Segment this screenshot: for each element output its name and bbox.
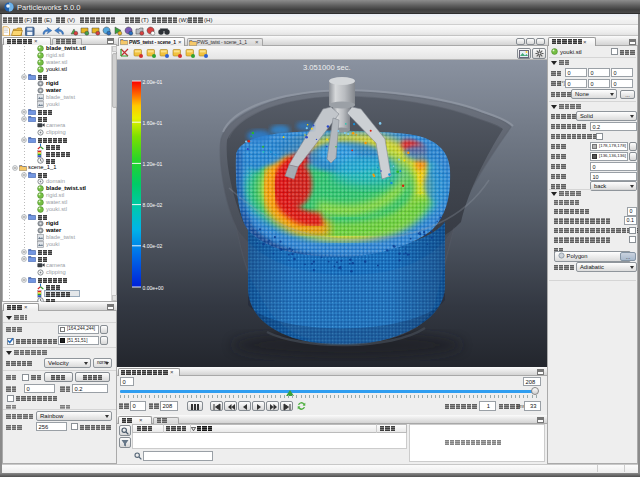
svg-text:1.20e-01: 1.20e-01 [143, 161, 163, 167]
svg-text:4.00e-02: 4.00e-02 [143, 243, 163, 249]
svg-text:3.051000 sec.: 3.051000 sec. [303, 63, 351, 72]
svg-text:8.00e-02: 8.00e-02 [143, 202, 163, 208]
svg-text:0.00e+00: 0.00e+00 [143, 285, 164, 291]
svg-text:2.00e-01: 2.00e-01 [143, 79, 163, 85]
svg-text:1.60e-01: 1.60e-01 [143, 120, 163, 126]
